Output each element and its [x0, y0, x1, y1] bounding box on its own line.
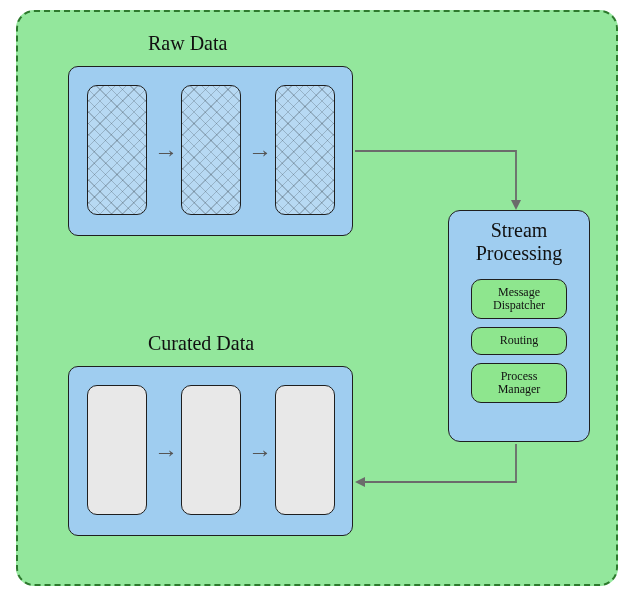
outer-container: Raw Data → → Stream Processing Message D…: [16, 10, 618, 586]
connector-stream-to-curated: [18, 12, 620, 588]
diagram-canvas: Raw Data → → Stream Processing Message D…: [0, 0, 633, 597]
svg-marker-1: [355, 477, 365, 487]
